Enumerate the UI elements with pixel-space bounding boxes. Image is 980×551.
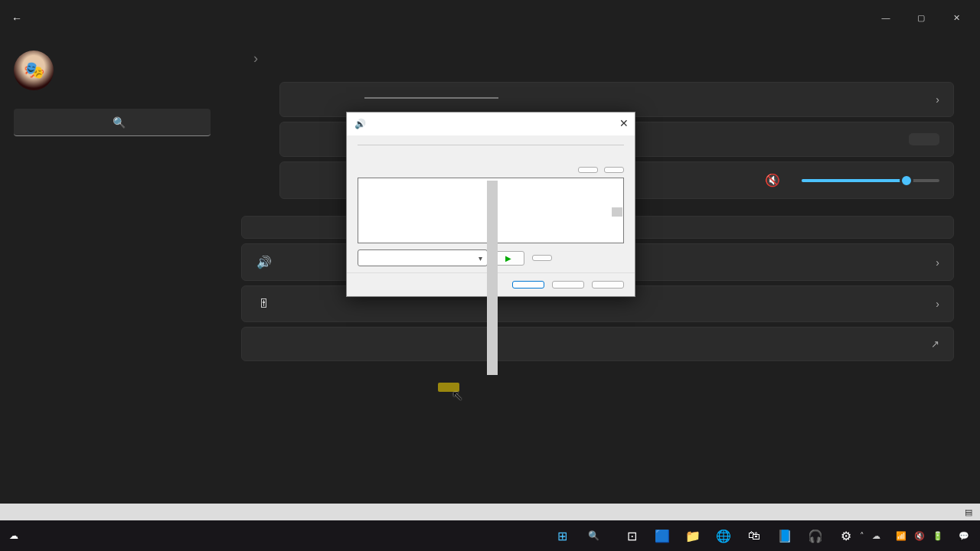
more-sound-settings-card[interactable]: ↗ xyxy=(241,327,954,361)
notifications-icon[interactable]: 💬 xyxy=(959,531,969,541)
battery-icon[interactable]: 🔋 xyxy=(933,531,943,541)
cancel-button[interactable] xyxy=(552,281,584,289)
volume-slider[interactable] xyxy=(802,179,939,182)
taskbar-app-7[interactable]: ⚙ xyxy=(832,523,860,548)
edge-icon[interactable]: 🌐 xyxy=(710,523,737,548)
breadcrumb: › xyxy=(241,51,974,67)
scrollbar-thumb[interactable] xyxy=(612,207,622,217)
search-icon: 🔍 xyxy=(588,530,599,541)
file-explorer-icon[interactable]: 📁 xyxy=(679,523,707,548)
close-button[interactable]: ✕ xyxy=(939,6,974,29)
chevron-right-icon: › xyxy=(253,51,258,67)
wifi-icon[interactable]: 📶 xyxy=(896,531,906,541)
avatar: 🎭 xyxy=(14,51,54,90)
statusbar-view-icon[interactable]: ▤ xyxy=(965,507,972,517)
slider-thumb[interactable] xyxy=(900,174,913,187)
speaker-icon: 🔊 xyxy=(256,255,273,269)
taskbar-app-1[interactable]: 🟦 xyxy=(648,523,676,548)
taskbar-app-5[interactable]: 📘 xyxy=(771,523,799,548)
sounds-dropdown[interactable]: ▾ xyxy=(358,249,488,266)
back-button[interactable]: ← xyxy=(6,8,28,29)
onedrive-icon[interactable]: ☁ xyxy=(872,531,880,541)
search-icon: 🔍 xyxy=(113,116,202,129)
apply-button xyxy=(592,281,624,289)
mixer-icon: 🎚 xyxy=(256,297,273,311)
dialog-icon: 🔊 xyxy=(354,119,366,129)
store-icon[interactable]: 🛍 xyxy=(740,523,768,548)
dropdown-scrollbar-thumb[interactable] xyxy=(487,181,498,375)
cursor-highlight xyxy=(438,383,459,392)
chevron-right-icon: › xyxy=(936,298,939,310)
task-view-icon[interactable]: ⊡ xyxy=(618,523,645,548)
browse-button[interactable] xyxy=(532,255,552,261)
add-device-button[interactable] xyxy=(909,133,939,145)
chevron-right-icon: › xyxy=(936,256,939,269)
tray-chevron-icon[interactable]: ˄ xyxy=(860,531,864,541)
chevron-right-icon: › xyxy=(936,93,939,106)
test-button[interactable]: ▶ xyxy=(495,251,524,266)
volume-icon[interactable]: 🔇 xyxy=(914,531,925,541)
delete-button[interactable] xyxy=(604,167,624,173)
maximize-button[interactable]: ▢ xyxy=(903,6,939,29)
sounds-dropdown-list[interactable] xyxy=(364,97,498,99)
taskbar: ☁ ⊞ 🔍 ⊡ 🟦 📁 🌐 🛍 📘 🎧 ⚙ ˄ ☁ 📶 🔇 🔋 xyxy=(0,520,980,551)
taskbar-search[interactable]: 🔍 xyxy=(579,527,615,544)
ok-button[interactable] xyxy=(512,281,544,289)
dialog-close-button[interactable]: ✕ xyxy=(619,117,629,129)
chevron-down-icon: ▾ xyxy=(479,254,482,262)
weather-icon[interactable]: ☁ xyxy=(9,530,18,541)
minimize-button[interactable]: — xyxy=(868,6,903,29)
play-icon: ▶ xyxy=(505,254,511,262)
search-input[interactable]: 🔍 xyxy=(14,109,211,136)
profile-block[interactable]: 🎭 xyxy=(11,44,214,103)
save-as-button[interactable] xyxy=(578,167,598,173)
external-link-icon: ↗ xyxy=(931,338,939,350)
explorer-statusbar: ▤ xyxy=(0,504,980,520)
mute-icon[interactable]: 🔇 xyxy=(765,173,780,187)
start-button[interactable]: ⊞ xyxy=(548,523,576,548)
taskbar-app-6[interactable]: 🎧 xyxy=(802,523,829,548)
